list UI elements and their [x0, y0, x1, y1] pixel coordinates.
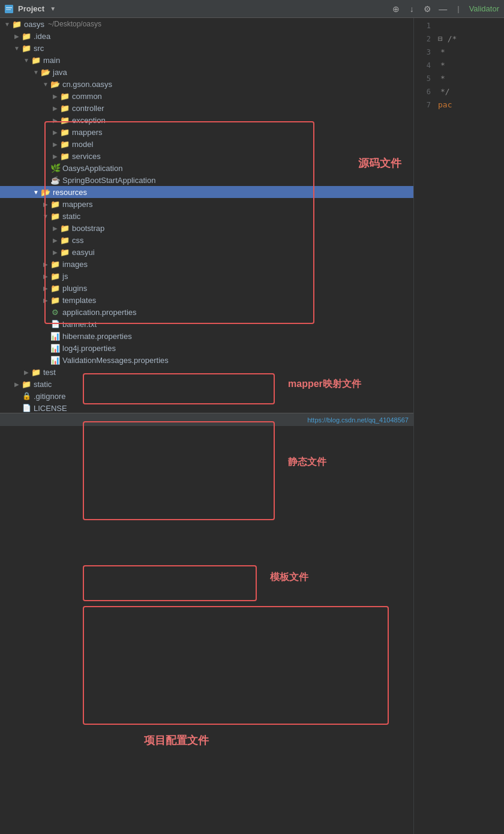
expand-arrow-static-res[interactable] [41, 211, 50, 221]
tree-item-css[interactable]: 📁 css [0, 234, 413, 246]
expand-arrow-exception[interactable] [50, 115, 60, 125]
code-text-4: * [438, 61, 445, 70]
code-line-7: 7 pac [414, 100, 504, 113]
tree-item-mappers-res[interactable]: 📁 mappers [0, 198, 413, 210]
code-text-5: * [438, 74, 445, 83]
tree-item-app-props[interactable]: ⚙ application.properties [0, 306, 413, 318]
expand-arrow-common[interactable] [50, 91, 60, 101]
expand-arrow-mappers-res[interactable] [41, 199, 50, 209]
tree-label-oasys-app: OasysApplication [62, 164, 122, 173]
tree-item-banner[interactable]: 📄 banner.txt [0, 318, 413, 330]
expand-arrow-package[interactable] [41, 79, 50, 89]
tree-item-src[interactable]: 📁 src [0, 42, 413, 54]
tree-label-package: cn.gson.oasys [62, 80, 112, 89]
tree-item-package[interactable]: 📂 cn.gson.oasys [0, 78, 413, 90]
tree-item-common[interactable]: 📁 common [0, 90, 413, 102]
tree-item-services[interactable]: 📁 services [0, 150, 413, 162]
static-files-label: 静态文件 [288, 456, 326, 469]
static-files-box [83, 421, 275, 520]
tree-item-templates[interactable]: 📁 templates [0, 294, 413, 306]
tree-item-bootstrap[interactable]: 📁 bootstrap [0, 222, 413, 234]
expand-arrow-services[interactable] [50, 151, 60, 161]
minimize-icon[interactable]: — [438, 4, 448, 14]
expand-arrow-css[interactable] [50, 235, 60, 245]
tree-item-test[interactable]: 📁 test [0, 366, 413, 378]
tree-item-exception[interactable]: 📁 exception [0, 114, 413, 126]
tree-item-main[interactable]: 📁 main [0, 54, 413, 66]
expand-arrow-src[interactable] [12, 43, 22, 53]
folder-icon-exception: 📁 [60, 116, 70, 124]
tree-item-java[interactable]: 📂 java [0, 66, 413, 78]
tree-label-idea: .idea [34, 32, 50, 41]
code-line-2: 2 ⊟ /* [414, 34, 504, 47]
svg-rect-1 [6, 7, 12, 8]
tree-item-oasys[interactable]: 📁 oasys ~/Desktop/oasys [0, 18, 413, 30]
top-bar-actions: ⊕ ↓ ⚙ — | Validator [391, 4, 499, 14]
download-icon[interactable]: ↓ [407, 4, 416, 14]
tree-label-test: test [43, 368, 56, 377]
tree-item-oasys-app[interactable]: 🌿 OasysApplication [0, 162, 413, 174]
tree-item-resources[interactable]: 📂 resources [0, 186, 413, 198]
folder-icon-controller: 📁 [60, 104, 70, 112]
folder-icon-resources: 📂 [41, 188, 50, 196]
tree-item-hibernate-props[interactable]: 📊 hibernate.properties [0, 330, 413, 342]
folder-icon-mappers-res: 📁 [50, 200, 60, 208]
expand-arrow-easyui[interactable] [50, 247, 60, 257]
folder-icon-easyui: 📁 [60, 248, 70, 256]
tree-item-mappers-java[interactable]: 📁 mappers [0, 126, 413, 138]
dropdown-arrow-icon[interactable]: ▼ [48, 4, 58, 14]
tree-item-js[interactable]: 📁 js [0, 270, 413, 282]
settings-icon[interactable]: ⚙ [422, 4, 432, 14]
tree-item-springboot-app[interactable]: ☕ SpringBootStartApplication [0, 174, 413, 186]
code-line-6: 6 */ [414, 86, 504, 100]
code-area: 1 2 ⊟ /* 3 * 4 * 5 * 6 */ 7 pac [414, 18, 504, 834]
expand-arrow-controller[interactable] [50, 103, 60, 113]
tree-label-static-res: static [62, 212, 80, 221]
line-num-7: 7 [416, 100, 431, 109]
tree-item-gitignore[interactable]: 🔒 .gitignore [0, 390, 413, 402]
add-icon[interactable]: ⊕ [391, 4, 401, 14]
expand-arrow-model[interactable] [50, 139, 60, 149]
expand-arrow-images[interactable] [41, 259, 50, 269]
tree-label-plugins: plugins [62, 284, 87, 293]
tree-item-log4j-props[interactable]: 📊 log4j.properties [0, 342, 413, 354]
tree-item-validation-props[interactable]: 📊 ValidationMessages.properties [0, 354, 413, 366]
line-num-6: 6 [416, 87, 431, 96]
tree-item-easyui[interactable]: 📁 easyui [0, 246, 413, 258]
expand-arrow-static-root[interactable] [12, 379, 22, 389]
config-files-label: 项目配置文件 [144, 733, 209, 748]
svg-rect-2 [6, 9, 11, 10]
expand-arrow-plugins[interactable] [41, 283, 50, 293]
expand-arrow-mappers-java[interactable] [50, 127, 60, 137]
expand-arrow-oasys[interactable] [2, 19, 12, 29]
template-files-box [83, 565, 257, 601]
tree-item-static-res[interactable]: 📁 static [0, 210, 413, 222]
expand-arrow-idea[interactable] [12, 31, 22, 41]
folder-icon-main: 📁 [31, 56, 41, 64]
tree-item-static-root[interactable]: 📁 static [0, 378, 413, 390]
expand-arrow-bootstrap[interactable] [50, 223, 60, 233]
tree-item-idea[interactable]: 📁 .idea [0, 30, 413, 42]
expand-arrow-resources[interactable] [31, 187, 41, 197]
tree-label-license: LICENSE [34, 404, 67, 413]
tree-label-static-root: static [34, 380, 52, 389]
line-num-4: 4 [416, 61, 431, 70]
code-line-1: 1 [414, 20, 504, 34]
tree-label-images: images [62, 260, 88, 269]
expand-arrow-js[interactable] [41, 271, 50, 281]
tree-item-plugins[interactable]: 📁 plugins [0, 282, 413, 294]
code-text-3: * [438, 47, 445, 56]
tree-item-model[interactable]: 📁 model [0, 138, 413, 150]
expand-arrow-java[interactable] [31, 67, 41, 77]
expand-arrow-test[interactable] [22, 367, 31, 377]
tree-item-controller[interactable]: 📁 controller [0, 102, 413, 114]
project-icon [5, 5, 13, 13]
expand-arrow-main[interactable] [22, 55, 31, 65]
text-file-icon: 📄 [50, 320, 60, 328]
tree-item-license[interactable]: 📄 LICENSE [0, 402, 413, 414]
tree-item-images[interactable]: 📁 images [0, 258, 413, 270]
tree-label-banner: banner.txt [62, 320, 97, 329]
tree-label-mappers-java: mappers [72, 128, 103, 137]
tree-label-exception: exception [72, 116, 106, 125]
expand-arrow-templates[interactable] [41, 295, 50, 305]
